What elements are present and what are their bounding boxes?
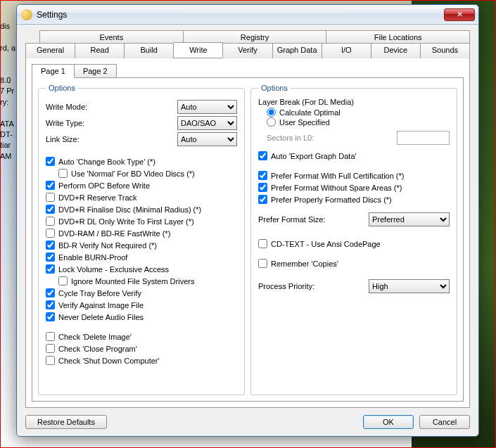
- left-option-row: Use 'Normal' For BD Video Discs (*): [58, 168, 237, 179]
- prefer-option-checkbox[interactable]: [258, 171, 267, 180]
- prefer-option-checkbox[interactable]: [258, 183, 267, 192]
- prefer-option-label: Prefer Format Without Spare Areas (*): [271, 182, 402, 193]
- sectors-input[interactable]: [397, 131, 450, 145]
- layer-break-radio-label: User Specified: [279, 118, 330, 127]
- left-option-checkbox[interactable]: [46, 312, 55, 321]
- left-option-checkbox[interactable]: [46, 229, 55, 238]
- left-option-checkbox[interactable]: [46, 264, 55, 274]
- write-type-select[interactable]: DAO/SAO: [177, 116, 237, 130]
- remember-copies-label: Remember 'Copies': [271, 258, 338, 269]
- left-option-label: Enable BURN-Proof: [58, 252, 127, 263]
- left-option-row: Never Delete Audio Files: [46, 312, 237, 323]
- left-option-label: Use 'Normal' For BD Video Discs (*): [71, 168, 195, 179]
- cancel-button[interactable]: Cancel: [419, 415, 470, 429]
- tab-read[interactable]: Read: [75, 43, 125, 58]
- left-option-row: Verify Against Image File: [46, 300, 237, 311]
- prefer-option-row: Prefer Format With Full Certification (*…: [258, 170, 450, 181]
- sectors-label: Sectors in L0:: [267, 134, 333, 142]
- left-option-label: DVD+R DL Only Write To First Layer (*): [58, 216, 194, 227]
- tabs-row-bottom: General Read Build Write Verify Graph Da…: [25, 43, 470, 58]
- tab-file-locations[interactable]: File Locations: [326, 30, 470, 44]
- prefer-option-row: Prefer Format Without Spare Areas (*): [258, 182, 450, 193]
- left-option-checkbox[interactable]: [46, 157, 55, 166]
- ok-button[interactable]: OK: [363, 415, 414, 429]
- layer-break-label: Layer Break (For DL Media): [258, 98, 450, 106]
- link-size-select[interactable]: Auto: [177, 132, 237, 146]
- subtab-page1[interactable]: Page 1: [32, 64, 75, 78]
- close-button[interactable]: ✕: [444, 8, 475, 21]
- process-priority-label: Process Priority:: [258, 282, 369, 290]
- left-option-row: BD-R Verify Not Required (*): [46, 240, 237, 251]
- left-option-row: DVD+R Finalise Disc (Minimal Radius) (*): [46, 204, 237, 215]
- left-option-label: Cycle Tray Before Verify: [58, 288, 141, 299]
- left-option-row: DVD+R DL Only Write To First Layer (*): [46, 216, 237, 227]
- left-final-option-checkbox[interactable]: [46, 356, 55, 365]
- layer-break-radio[interactable]: [267, 117, 276, 127]
- left-option-checkbox[interactable]: [46, 288, 55, 297]
- tab-events[interactable]: Events: [39, 30, 184, 44]
- tab-build[interactable]: Build: [125, 43, 174, 58]
- left-option-row: Auto 'Change Book Type' (*): [46, 156, 237, 167]
- left-final-option-label: Check 'Shut Down Computer': [58, 355, 160, 366]
- window-content: Events Registry File Locations General R…: [17, 25, 478, 436]
- tab-verify[interactable]: Verify: [223, 43, 272, 58]
- left-option-row: Cycle Tray Before Verify: [46, 288, 237, 299]
- left-option-checkbox[interactable]: [46, 193, 55, 202]
- left-option-row: Enable BURN-Proof: [46, 252, 237, 263]
- tab-graph-data[interactable]: Graph Data: [273, 43, 322, 58]
- subtab-page2[interactable]: Page 2: [75, 64, 117, 78]
- prefer-option-label: Prefer Format With Full Certification (*…: [271, 170, 404, 181]
- layer-break-radio-row: User Specified: [267, 117, 450, 127]
- tab-write[interactable]: Write: [174, 42, 223, 58]
- layer-break-radio[interactable]: [267, 108, 276, 117]
- window-title: Settings: [37, 10, 444, 20]
- tabs-row-top: Events Registry File Locations: [39, 30, 470, 44]
- left-final-option-checkbox[interactable]: [46, 332, 55, 341]
- auto-export-check[interactable]: [258, 151, 267, 160]
- left-final-option-checkbox[interactable]: [46, 344, 55, 353]
- left-option-label: Ignore Mounted File System Drivers: [71, 276, 194, 287]
- left-final-option-row: Check 'Close Program': [46, 343, 237, 354]
- restore-defaults-button[interactable]: Restore Defaults: [25, 415, 107, 429]
- left-option-row: Perform OPC Before Write: [46, 180, 237, 191]
- remember-copies-check[interactable]: [258, 259, 267, 268]
- auto-export-label: Auto 'Export Graph Data': [271, 151, 357, 162]
- left-option-label: Auto 'Change Book Type' (*): [58, 156, 155, 167]
- left-option-row: DVD+R Reserve Track: [46, 192, 237, 203]
- left-option-checkbox[interactable]: [58, 169, 68, 178]
- subtabs: Page 1 Page 2: [32, 64, 464, 78]
- left-option-label: Never Delete Audio Files: [58, 312, 144, 323]
- layer-break-radio-label: Calculate Optimal: [279, 108, 341, 117]
- left-final-option-label: Check 'Close Program': [58, 343, 137, 354]
- left-option-label: DVD+R Reserve Track: [58, 192, 137, 203]
- left-option-checkbox[interactable]: [46, 181, 55, 190]
- left-option-checkbox[interactable]: [58, 276, 68, 286]
- left-option-row: DVD-RAM / BD-RE FastWrite (*): [46, 228, 237, 239]
- tab-io[interactable]: I/O: [322, 43, 371, 58]
- left-option-checkbox[interactable]: [46, 300, 55, 309]
- left-final-option-row: Check 'Delete Image': [46, 331, 237, 343]
- left-option-label: Perform OPC Before Write: [58, 180, 150, 191]
- process-priority-select[interactable]: High: [369, 279, 450, 293]
- titlebar: Settings ✕: [17, 5, 478, 25]
- link-size-label: Link Size:: [46, 135, 177, 143]
- prefer-format-size-label: Prefer Format Size:: [258, 215, 369, 224]
- left-option-checkbox[interactable]: [46, 205, 55, 214]
- write-mode-select[interactable]: Auto: [177, 100, 237, 114]
- left-final-option-label: Check 'Delete Image': [58, 331, 132, 343]
- tab-general[interactable]: General: [25, 43, 75, 58]
- tab-sounds[interactable]: Sounds: [421, 43, 470, 58]
- right-options-group: Options Layer Break (For DL Media) Calcu…: [250, 84, 457, 395]
- left-final-option-row: Check 'Shut Down Computer': [46, 355, 237, 366]
- tab-device[interactable]: Device: [371, 43, 421, 58]
- prefer-option-checkbox[interactable]: [258, 195, 267, 204]
- prefer-format-size-select[interactable]: Preferred: [369, 212, 450, 226]
- left-option-checkbox[interactable]: [46, 252, 55, 262]
- footer: Restore Defaults OK Cancel: [25, 408, 470, 429]
- left-option-checkbox[interactable]: [46, 241, 55, 250]
- left-option-checkbox[interactable]: [46, 217, 55, 226]
- cdtext-check[interactable]: [258, 239, 267, 248]
- right-legend: Options: [258, 84, 291, 92]
- background-text: dis rd, a 8.0 7 Pr ry: ATA DT- tiar AM: [0, 21, 15, 162]
- layer-break-radio-row: Calculate Optimal: [267, 108, 450, 117]
